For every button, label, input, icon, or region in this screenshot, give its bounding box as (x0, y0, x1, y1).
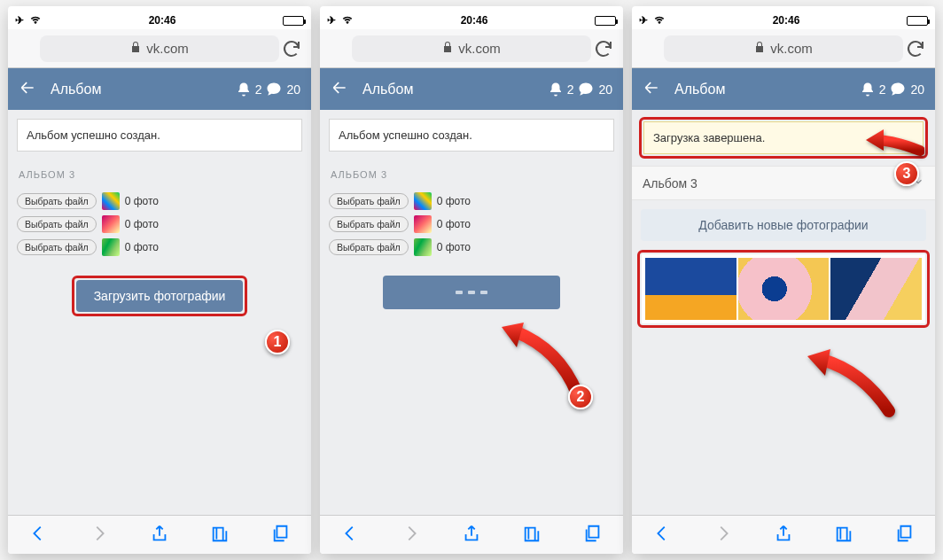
msg-count: 20 (598, 82, 612, 97)
tabs-icon[interactable] (271, 524, 291, 547)
msg-count: 20 (286, 82, 300, 97)
phone-screen-3: ✈︎ 20:46 vk.com Альбом 2 20 Загрузка зав… (632, 6, 935, 554)
file-row: Выбрать файл 0 фото (329, 215, 614, 233)
step-badge-3: 3 (894, 161, 919, 186)
nav-back-icon[interactable] (652, 524, 672, 547)
bookmarks-icon[interactable] (834, 524, 853, 547)
file-inputs: Выбрать файл 0 фото Выбрать файл 0 фото … (8, 185, 311, 263)
add-photos-button[interactable]: Добавить новые фотографии (641, 209, 926, 241)
back-icon[interactable] (643, 79, 660, 100)
url-field[interactable]: vk.com (664, 35, 903, 62)
url-text: vk.com (770, 41, 813, 56)
notif-count: 2 (879, 82, 886, 97)
photo-thumb[interactable] (645, 258, 736, 320)
file-thumb (414, 192, 432, 210)
share-icon[interactable] (150, 524, 169, 547)
success-notice: Альбом успешно создан. (17, 119, 302, 152)
album-row-label: Альбом 3 (643, 176, 698, 191)
lock-icon (442, 41, 453, 56)
airplane-icon: ✈︎ (327, 14, 336, 27)
safari-toolbar (320, 515, 623, 554)
lock-icon (754, 41, 765, 56)
highlight-ring: Загрузить фотографии (72, 276, 248, 316)
file-count: 0 фото (437, 195, 471, 207)
file-row: Выбрать файл 0 фото (17, 238, 302, 256)
photo-thumb[interactable] (738, 258, 830, 320)
messages-button[interactable]: 20 (577, 81, 612, 98)
notifications-button[interactable]: 2 (236, 82, 262, 97)
nav-back-icon[interactable] (28, 524, 48, 547)
url-text: vk.com (146, 41, 189, 56)
tabs-icon[interactable] (895, 524, 915, 547)
messages-button[interactable]: 20 (889, 81, 924, 98)
success-notice: Альбом успешно создан. (329, 119, 614, 152)
battery-icon (283, 16, 304, 26)
vk-header: Альбом 2 20 (632, 68, 935, 110)
msg-count: 20 (910, 82, 924, 97)
photo-thumb[interactable] (830, 258, 922, 320)
reload-icon[interactable] (281, 38, 302, 59)
share-icon[interactable] (462, 524, 481, 547)
status-bar: ✈︎ 20:46 (8, 12, 311, 29)
notif-count: 2 (567, 82, 574, 97)
file-count: 0 фото (125, 241, 159, 253)
airplane-icon: ✈︎ (639, 14, 648, 27)
notifications-button[interactable]: 2 (548, 82, 574, 97)
header-title: Альбом (674, 82, 860, 97)
upload-photos-button[interactable]: Загрузить фотографии (76, 280, 244, 312)
step-badge-2: 2 (568, 385, 593, 409)
file-count: 0 фото (125, 218, 159, 230)
annotation-arrow (862, 124, 924, 163)
nav-back-icon[interactable] (340, 524, 360, 547)
notifications-button[interactable]: 2 (860, 82, 886, 97)
airplane-icon: ✈︎ (15, 14, 24, 27)
file-row: Выбрать файл 0 фото (17, 215, 302, 233)
bookmarks-icon[interactable] (522, 524, 542, 547)
choose-file-button[interactable]: Выбрать файл (17, 239, 97, 255)
status-bar: ✈︎ 20:46 (632, 12, 935, 29)
header-title: Альбом (51, 82, 236, 97)
url-field[interactable]: vk.com (352, 35, 591, 62)
file-count: 0 фото (437, 241, 471, 253)
nav-forward-icon (713, 524, 733, 547)
vk-header: Альбом 2 20 (320, 68, 623, 110)
share-icon[interactable] (774, 524, 793, 547)
step-badge-1: 1 (265, 330, 290, 354)
address-bar: vk.com (632, 29, 935, 68)
choose-file-button[interactable]: Выбрать файл (17, 216, 97, 232)
file-thumb (414, 215, 432, 233)
status-time: 20:46 (461, 14, 488, 27)
choose-file-button[interactable]: Выбрать файл (17, 193, 97, 209)
album-row[interactable]: Альбом 3 (632, 166, 935, 200)
address-bar: vk.com (320, 29, 623, 68)
url-field[interactable]: vk.com (40, 35, 279, 62)
file-thumb (102, 192, 120, 210)
back-icon[interactable] (331, 79, 348, 100)
file-thumb (102, 238, 120, 256)
file-row: Выбрать файл 0 фото (329, 192, 614, 210)
url-text: vk.com (458, 41, 501, 56)
choose-file-button[interactable]: Выбрать файл (329, 239, 409, 255)
choose-file-button[interactable]: Выбрать файл (329, 216, 409, 232)
messages-button[interactable]: 20 (265, 81, 300, 98)
reload-icon[interactable] (905, 38, 926, 59)
bookmarks-icon[interactable] (210, 524, 230, 547)
header-title: Альбом (362, 82, 548, 97)
safari-toolbar (632, 515, 935, 554)
battery-icon (595, 16, 616, 26)
file-row: Выбрать файл 0 фото (329, 238, 614, 256)
address-bar: vk.com (8, 29, 311, 68)
status-time: 20:46 (773, 14, 800, 27)
status-time: 20:46 (149, 14, 176, 27)
notif-count: 2 (255, 82, 262, 97)
tabs-icon[interactable] (583, 524, 603, 547)
battery-icon (907, 16, 928, 26)
reload-icon[interactable] (593, 38, 614, 59)
album-section-label: АЛЬБОМ 3 (8, 160, 311, 185)
nav-forward-icon (90, 524, 109, 547)
vk-header: Альбом 2 20 (8, 68, 311, 110)
choose-file-button[interactable]: Выбрать файл (329, 193, 409, 209)
file-inputs: Выбрать файл 0 фото Выбрать файл 0 фото … (320, 185, 623, 263)
uploaded-thumbnails (642, 254, 925, 323)
back-icon[interactable] (19, 79, 36, 100)
